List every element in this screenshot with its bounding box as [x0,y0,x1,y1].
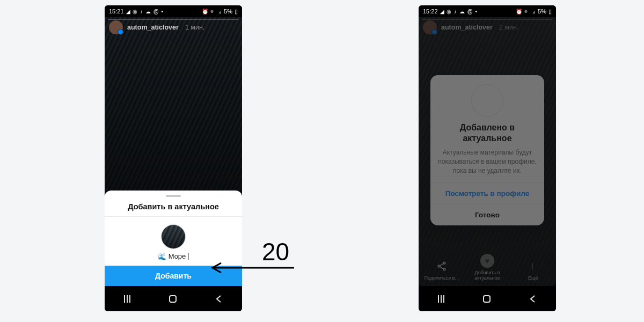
divider [105,216,242,217]
status-indicator-icons: ◢ ◎ ♪ ☁ @ • [440,9,478,14]
nav-back-icon[interactable] [529,295,537,303]
heart-icon: ♥ [480,254,494,268]
status-signal-icons: ⏰ ᯤ ⊿ [202,9,222,14]
wave-emoji-icon: 🌊 [158,252,166,260]
battery-icon: ▯ [548,8,552,15]
share-icon [435,259,449,273]
svg-point-1 [443,262,445,264]
nav-recents-icon[interactable] [438,295,444,303]
status-bar: 15:22 ◢ ◎ ♪ ☁ @ • ⏰ ᯤ ⊿ 5% ▯ [419,5,556,17]
highlight-action[interactable]: ♥ Добавить в актуальное [468,254,507,281]
status-indicator-icons: ◢ ◎ ♪ ☁ @ • [126,9,164,14]
phone-right: 15:22 ◢ ◎ ♪ ☁ @ • ⏰ ᯤ ⊿ 5% ▯ autom_aticl… [419,5,556,311]
card-title: Добавлено в актуальное [460,122,515,144]
text-caret [188,253,189,260]
share-action[interactable]: Поделиться в... [422,259,461,281]
story-age: 1 мин. [185,24,204,31]
battery-text: 5% [538,8,546,14]
status-bar: 15:21 ◢ ◎ ♪ ☁ @ • ⏰ ᯤ ⊿ 5% ▯ [105,5,242,17]
svg-line-5 [440,267,443,269]
story-username[interactable]: autom_aticlover [127,24,179,31]
svg-line-4 [440,264,443,266]
nav-back-icon[interactable] [215,295,223,303]
story-actions-bar: Поделиться в... ♥ Добавить в актуальное … [419,254,556,281]
confirmation-card: Добавлено в актуальное Актуальные матери… [430,75,544,225]
story-header: autom_aticlover 2 мин. [423,20,552,34]
svg-point-2 [438,265,440,267]
svg-point-3 [443,268,445,270]
nav-recents-icon[interactable] [124,295,130,303]
highlight-label: Добавить в актуальное [468,270,507,281]
card-title-line1: Добавлено в [460,123,515,132]
sheet-title: Добавить в актуальное [128,202,219,211]
clock: 15:21 [109,8,124,14]
sheet-grabber[interactable] [166,195,181,197]
highlight-cover-thumb[interactable] [161,224,186,249]
highlight-cover-thumb [472,85,503,116]
story-viewer[interactable]: autom_aticlover 2 мин. Добавлено в актуа… [419,17,556,286]
arrow-icon [208,262,296,274]
more-action[interactable]: ⋮ Ещё [514,259,552,281]
story-viewer[interactable]: autom_aticlover 1 мин. [105,17,242,207]
view-in-profile-button[interactable]: Посмотреть в профиле [430,182,544,204]
highlight-name-input[interactable]: 🌊 Море [158,252,189,260]
battery-text: 5% [224,8,232,14]
story-dim-overlay [105,17,242,207]
nav-home-icon[interactable] [169,295,177,303]
battery-icon: ▯ [235,8,238,15]
android-nav-bar [105,286,242,311]
more-label: Ещё [528,275,538,281]
clock: 15:22 [423,8,438,14]
story-progress-bar [422,19,553,20]
done-button[interactable]: Готово [430,204,544,225]
card-description: Актуальные материалы будут показываться … [438,148,537,175]
nav-home-icon[interactable] [483,295,491,303]
story-username[interactable]: autom_aticlover [441,24,493,31]
share-label: Поделиться в... [424,275,458,281]
android-nav-bar [419,286,556,311]
story-age: 2 мин. [499,24,518,31]
sea-thumb-image [162,225,185,248]
highlight-name-text: Море [169,252,186,260]
more-icon: ⋮ [526,259,540,273]
card-title-line2: актуальное [463,134,511,143]
story-progress-bar [108,19,239,20]
status-signal-icons: ⏰ ᯤ ⊿ [516,9,536,14]
avatar[interactable] [423,20,437,34]
avatar[interactable] [109,20,123,34]
story-header: autom_aticlover 1 мин. [109,20,238,34]
